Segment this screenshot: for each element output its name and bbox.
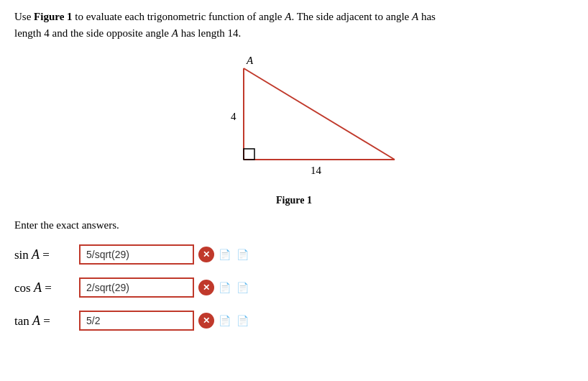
tan-input[interactable] [79, 311, 194, 331]
svg-rect-3 [244, 149, 254, 160]
sin-a-italic: A [32, 247, 40, 262]
sin-icons: ✕ 📄 📄 [198, 247, 250, 262]
figure-wrap: A 4 14 Figure 1 [172, 48, 416, 206]
angle-a-ref3: A [172, 27, 178, 39]
instruction-text: Use Figure 1 to evaluate each trigonomet… [14, 9, 532, 41]
sin-clear-button[interactable]: ✕ [198, 247, 214, 262]
cos-label: cos A = [14, 280, 79, 295]
cos-row: cos A = ✕ 📄 📄 [14, 277, 574, 298]
sin-copy-button[interactable]: 📄 [216, 247, 232, 262]
cos-paste-button[interactable]: 📄 [234, 280, 250, 295]
tan-a-italic: A [32, 313, 40, 328]
tan-icons: ✕ 📄 📄 [198, 313, 250, 329]
cos-input[interactable] [79, 277, 194, 298]
tan-clear-button[interactable]: ✕ [198, 313, 214, 329]
svg-text:14: 14 [311, 165, 322, 176]
angle-a-ref1: A [285, 11, 291, 22]
tan-row: tan A = ✕ 📄 📄 [14, 311, 574, 331]
cos-icons: ✕ 📄 📄 [198, 280, 250, 295]
figure-container: A 4 14 Figure 1 [14, 48, 574, 206]
enter-exact-text: Enter the exact answers. [14, 219, 574, 231]
cos-copy-button[interactable]: 📄 [216, 280, 232, 295]
instruction-line1: Use Figure 1 to evaluate each trigonomet… [14, 11, 436, 22]
sin-paste-button[interactable]: 📄 [234, 247, 250, 262]
svg-text:A: A [246, 55, 254, 66]
figure-ref: Figure 1 [34, 11, 72, 22]
angle-a-ref2: A [412, 11, 418, 22]
cos-clear-button[interactable]: ✕ [198, 280, 214, 295]
sin-row: sin A = ✕ 📄 📄 [14, 244, 574, 265]
tan-copy-button[interactable]: 📄 [216, 313, 232, 329]
svg-text:4: 4 [231, 111, 236, 122]
tan-paste-button[interactable]: 📄 [234, 313, 250, 329]
figure-number-label: Figure 1 [276, 195, 312, 206]
svg-line-2 [244, 68, 395, 160]
cos-a-italic: A [34, 280, 42, 295]
sin-input[interactable] [79, 244, 194, 265]
figure-label: Figure 1 [276, 195, 312, 206]
sin-label: sin A = [14, 247, 79, 262]
tan-label: tan A = [14, 313, 79, 329]
triangle-figure: A 4 14 [172, 48, 416, 192]
instruction-line2: length 4 and the side opposite angle A h… [14, 27, 241, 39]
